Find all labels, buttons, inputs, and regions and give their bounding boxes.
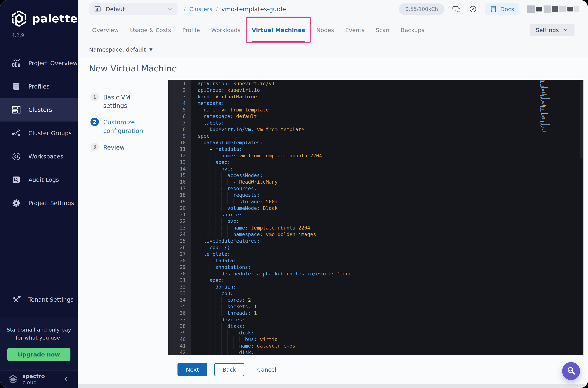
compass-icon[interactable] [469,5,477,13]
code-line: dataVolumeTemplates: [198,139,584,146]
code-line: domain: [198,284,584,290]
search-help-fab[interactable] [562,362,580,380]
code-line: name: vm-from-template [198,107,584,113]
line-number: 2 [168,87,186,94]
active-tab-underline [252,41,305,42]
editor-code-area[interactable]: apiVersion: kubevirt.io/v1apiGroup: kube… [191,80,584,355]
code-line: labels: [198,120,584,126]
code-line: - disk: [198,330,584,336]
code-line: apiGroup: kubevirt.io [198,87,584,94]
settings-label: Settings [536,27,559,33]
namespace-selector-value: Namespace: default [89,46,146,53]
tab-usage-costs[interactable]: Usage & Costs [124,18,177,42]
chevron-down-icon [167,6,173,12]
audit-doc-icon [11,175,21,185]
code-line: liveUpdateFeatures: [198,238,584,244]
sidebar-footer: spectro cloud [0,370,78,388]
line-number: 26 [168,244,186,251]
sidebar-item-label: Clusters [28,106,52,113]
sidebar-item-project-overview[interactable]: Project Overview [0,51,78,75]
breadcrumb-link-clusters[interactable]: Clusters [189,6,212,12]
next-button[interactable]: Next [178,363,207,376]
sidebar-item-workspaces[interactable]: Workspaces [0,145,78,168]
tab-nodes[interactable]: Nodes [311,18,340,42]
tab-events[interactable]: Events [340,18,370,42]
server-icon [11,105,21,115]
line-number: 28 [168,257,186,264]
upgrade-promo: Start small and only pay for what you us… [0,317,78,370]
line-number: 17 [168,185,186,192]
line-number: 1 [168,80,186,87]
main-area: Default / Clusters / vmo-templates-guide… [78,0,588,388]
sidebar-item-cluster-groups[interactable]: Cluster Groups [0,121,78,145]
editor-line-numbers: 1234567891011121314151617181920212223242… [168,80,191,355]
vm-wizard: 1Basic VM settings2Customize configurati… [78,80,588,355]
code-line: bus: virtio [198,336,584,343]
code-line: namespace: default [198,113,584,120]
code-line: template: [198,251,584,257]
code-line: descheduler.alpha.kubernetes.io/evict: '… [198,270,584,277]
line-number: 4 [168,100,186,107]
tab-backups[interactable]: Backups [395,18,430,42]
sidebar-item-project-settings[interactable]: Project Settings [0,192,78,215]
code-line: requests: [198,192,584,198]
gear-icon [11,198,21,208]
chat-icon[interactable] [452,5,461,13]
code-line: name: datavolume-os [198,343,584,349]
code-line: disks: [198,323,584,330]
breadcrumb-separator: / [216,6,218,12]
brand-bold: spectro [23,373,45,379]
breadcrumb-current: vmo-templates-guide [221,6,286,13]
sidebar-item-label: Project Overview [28,60,78,67]
code-line: spec: [198,133,584,139]
book-icon [490,5,497,13]
code-line: name: vm-from-template-ubuntu-2204 [198,152,584,159]
code-line: annotations: [198,264,584,270]
usage-badge: 0.55/100kCh [399,3,445,15]
wizard-step-review[interactable]: 3Review [90,143,168,152]
sidebar-item-profiles[interactable]: Profiles [0,75,78,98]
tab-workloads[interactable]: Workloads [205,18,246,42]
sidebar-item-clusters[interactable]: Clusters [0,98,78,121]
settings-button[interactable]: Settings [530,24,575,36]
tab-scan[interactable]: Scan [370,18,395,42]
back-button[interactable]: Back [214,363,244,376]
tab-overview[interactable]: Overview [87,18,124,42]
line-number: 38 [168,323,186,330]
yaml-editor[interactable]: 1234567891011121314151617181920212223242… [168,80,584,355]
topbar-right: 0.55/100kCh [399,3,579,15]
editor-scrollbar[interactable] [580,80,583,159]
tab-profile[interactable]: Profile [177,18,205,42]
docs-button[interactable]: Docs [485,3,519,15]
cancel-button[interactable]: Cancel [256,366,277,373]
sidebar-item-tenant-settings[interactable]: Tenant Settings [0,288,78,311]
orbit-icon [11,151,21,161]
project-selector[interactable]: Default [89,3,178,15]
code-line: namespace: vmo-golden-images [198,231,584,238]
upgrade-now-button[interactable]: Upgrade now [7,348,71,361]
namespace-selector[interactable]: Namespace: default ▼ [78,42,588,57]
line-number: 3 [168,94,186,100]
editor-minimap[interactable] [540,80,565,132]
code-line: threads: 1 [198,310,584,316]
tab-virtual-machines[interactable]: Virtual Machines [246,18,311,42]
tab-label: Backups [401,27,424,33]
code-line: storage: 50Gi [198,198,584,205]
palette-logo-icon [10,9,28,28]
wizard-step-customize-configuration[interactable]: 2Customize configuration [90,118,168,135]
tab-label: Events [345,27,364,33]
chevron-down-icon [563,27,568,33]
code-line: spec: [198,159,584,166]
line-number: 12 [168,152,186,159]
code-line: - metadata: [198,146,584,152]
breadcrumb: / Clusters / vmo-templates-guide [184,6,286,13]
project-scope-icon [94,5,101,13]
sidebar-item-audit-logs[interactable]: Audit Logs [0,168,78,192]
wizard-step-basic-vm-settings[interactable]: 1Basic VM settings [90,93,168,110]
promo-message: Start small and only pay for what you us… [7,326,71,342]
line-number: 31 [168,277,186,284]
tab-label: Nodes [317,27,334,33]
line-number: 42 [168,349,186,355]
collapse-sidebar-chevron-icon[interactable] [63,376,69,383]
brand-text: spectro cloud [23,373,59,386]
